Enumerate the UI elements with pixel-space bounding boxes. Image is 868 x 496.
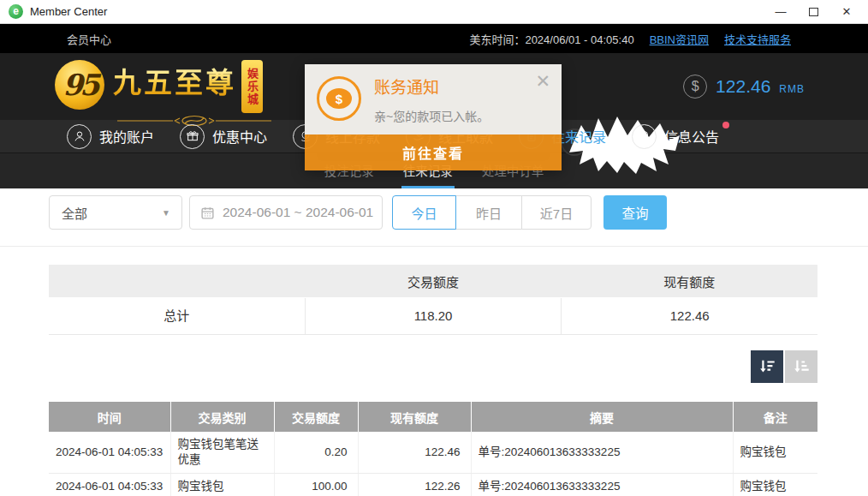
money-message-icon: $ xyxy=(317,76,361,121)
top-status-bar: 会员中心 美东时间：2024/06/01 - 04:05:40 BBIN资讯网 … xyxy=(0,24,868,53)
today-button[interactable]: 今日 xyxy=(392,195,456,230)
date-range-value: 2024-06-01 ~ 2024-06-01 xyxy=(223,205,373,220)
maximize-icon[interactable] xyxy=(809,8,818,16)
summary-header-balance: 现有额度 xyxy=(562,272,817,290)
cell-balance: 122.46 xyxy=(358,432,471,474)
logo-monogram-icon: 95 xyxy=(55,60,104,110)
cell-amount: 100.00 xyxy=(274,474,358,496)
nav-item-promotions[interactable]: 优惠中心 xyxy=(180,124,267,149)
cell-summary: 单号:202406013633333225 xyxy=(471,474,733,496)
notification-body: $ 账务通知 亲~您的款项已入帐。 ✕ xyxy=(305,64,562,134)
cell-time: 2024-06-01 04:05:33 xyxy=(49,474,170,496)
category-select[interactable]: 全部 ▼ xyxy=(49,195,182,230)
summary-total-label: 总计 xyxy=(49,298,306,334)
chevron-down-icon: ▼ xyxy=(162,208,170,218)
window-controls: — ✕ xyxy=(775,5,859,18)
nav-label: 优惠中心 xyxy=(212,126,267,146)
logo-badge: 娱乐城 xyxy=(241,60,263,113)
user-icon xyxy=(67,124,92,149)
yesterday-button[interactable]: 昨日 xyxy=(455,195,522,230)
account-notification-popup: $ 账务通知 亲~您的款项已入帐。 ✕ 前往查看 xyxy=(305,64,562,170)
coin-dollar-icon: $ xyxy=(683,75,707,99)
sort-ascending-button[interactable] xyxy=(785,350,817,383)
col-header-summary[interactable]: 摘要 xyxy=(471,402,733,432)
sort-descending-icon xyxy=(758,357,776,376)
tech-support-link[interactable]: 技术支持服务 xyxy=(724,31,791,47)
notification-title: 账务通知 xyxy=(374,75,489,98)
balance-currency: RMB xyxy=(779,83,805,95)
notification-message: 亲~您的款项已入帐。 xyxy=(374,107,489,124)
col-header-amount[interactable]: 交易额度 xyxy=(274,402,358,432)
table-row: 2024-06-01 04:05:33 购宝钱包 100.00 122.26 单… xyxy=(49,474,817,496)
member-center-window: e Member Center — ✕ 会员中心 美东时间：2024/06/01… xyxy=(0,0,868,496)
transactions-table: 时间 交易类别 交易额度 现有额度 摘要 备注 2024-06-01 04:05… xyxy=(49,402,817,496)
cell-amount: 0.20 xyxy=(274,432,358,474)
cell-category: 购宝钱包笔笔送优惠 xyxy=(170,432,274,474)
cell-summary: 单号:202406013633333225 xyxy=(471,432,733,474)
summary-balance-total: 122.46 xyxy=(562,298,817,334)
summary-total-row: 总计 118.20 122.46 xyxy=(49,297,817,335)
cell-balance: 122.26 xyxy=(358,474,471,496)
cell-note: 购宝钱包 xyxy=(733,474,817,496)
summary-trade-total: 118.20 xyxy=(306,298,562,334)
bell-icon xyxy=(632,124,657,149)
minimize-icon[interactable]: — xyxy=(775,5,787,18)
site-logo[interactable]: 95 九五至尊娱乐城 xyxy=(55,60,276,130)
sort-ascending-icon xyxy=(792,357,811,376)
quick-date-group: 今日 昨日 近7日 xyxy=(392,195,592,230)
summary-table: 交易额度 现有额度 总计 118.20 122.46 xyxy=(49,265,817,335)
logo-text-wrap: 九五至尊娱乐城 xyxy=(113,60,276,130)
window-title: Member Center xyxy=(30,5,775,18)
nav-label: 信息公告 xyxy=(664,126,719,146)
close-icon[interactable]: ✕ xyxy=(841,5,853,18)
go-view-button[interactable]: 前往查看 xyxy=(305,134,562,170)
notification-dot xyxy=(722,122,729,128)
popup-close-icon[interactable]: ✕ xyxy=(535,73,550,90)
col-header-time[interactable]: 时间 xyxy=(49,402,170,432)
summary-header-trade: 交易额度 xyxy=(305,272,561,290)
calendar-icon xyxy=(200,206,215,220)
balance-amount: 122.46 xyxy=(716,76,770,97)
bbin-news-link[interactable]: BBIN资讯网 xyxy=(650,31,709,47)
category-select-value: 全部 xyxy=(62,204,87,222)
col-header-category[interactable]: 交易类别 xyxy=(170,402,274,432)
cell-category: 购宝钱包 xyxy=(170,474,274,496)
content-area: 全部 ▼ 2024-06-01 ~ 2024-06-01 今日 昨日 近7日 查… xyxy=(0,195,868,496)
nav-item-my-account[interactable]: 我的账户 xyxy=(67,124,154,149)
table-header-row: 时间 交易类别 交易额度 现有额度 摘要 备注 xyxy=(49,402,817,432)
col-header-note[interactable]: 备注 xyxy=(733,402,817,432)
nav-label: 我的账户 xyxy=(99,126,154,146)
window-titlebar: e Member Center — ✕ xyxy=(0,0,868,24)
notification-texts: 账务通知 亲~您的款项已入帐。 xyxy=(374,73,489,124)
cell-note: 购宝钱包 xyxy=(733,432,817,474)
nav-item-announcements[interactable]: 信息公告 xyxy=(632,124,719,149)
browser-app-icon: e xyxy=(9,4,23,19)
breadcrumb: 会员中心 xyxy=(67,31,111,47)
dollar-bubble-icon: $ xyxy=(326,88,352,109)
table-row: 2024-06-01 04:05:33 购宝钱包笔笔送优惠 0.20 122.4… xyxy=(49,432,817,474)
topbar-right: 美东时间：2024/06/01 - 04:05:40 BBIN资讯网 技术支持服… xyxy=(469,31,868,47)
eastern-time-label: 美东时间：2024/06/01 - 04:05:40 xyxy=(469,31,633,47)
search-button[interactable]: 查询 xyxy=(603,195,667,230)
balance-display: $ 122.46 RMB xyxy=(683,75,805,99)
cell-time: 2024-06-01 04:05:33 xyxy=(49,432,170,474)
filter-row: 全部 ▼ 2024-06-01 ~ 2024-06-01 今日 昨日 近7日 查… xyxy=(49,195,868,230)
section-divider xyxy=(0,246,868,247)
date-range-input[interactable]: 2024-06-01 ~ 2024-06-01 xyxy=(189,195,383,230)
summary-header-row: 交易额度 现有额度 xyxy=(49,265,817,297)
col-header-balance[interactable]: 现有额度 xyxy=(358,402,471,432)
logo-name: 九五至尊 xyxy=(113,67,236,99)
sort-descending-button[interactable] xyxy=(751,350,783,383)
last-7-days-button[interactable]: 近7日 xyxy=(521,195,592,230)
gift-icon xyxy=(180,124,205,149)
sort-controls xyxy=(49,350,817,383)
